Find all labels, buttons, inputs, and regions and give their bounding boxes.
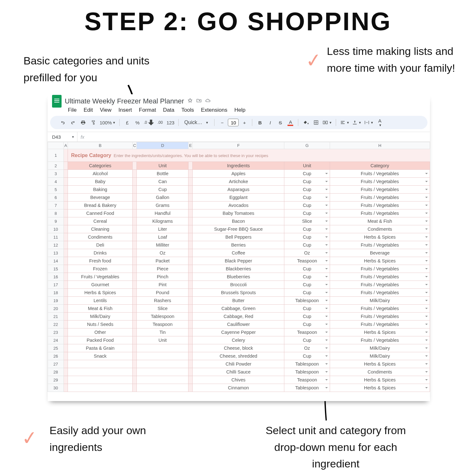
decrease-font-size-button[interactable]: − [218,118,226,127]
cell-ingredient[interactable]: Bacon [193,217,284,225]
row-header[interactable]: 7 [48,202,64,209]
name-box[interactable]: D43▼ [48,132,77,142]
column-header-row[interactable]: A B C D E F G H [48,142,430,149]
cell-ingredient-category-dropdown[interactable]: Fruits / Vegetables [330,194,430,202]
cell-unit[interactable]: Pinch [137,273,188,281]
document-title[interactable]: Ultimate Weekly Freezer Meal Planner [65,97,184,105]
cell-ingredient[interactable]: Asparagus [193,186,284,194]
cell-unit[interactable]: Packet [137,257,188,265]
text-color-button-2[interactable]: A▼ [376,118,384,127]
cell-ingredient-category-dropdown[interactable]: Herbs & Spices [330,257,430,265]
table-row[interactable]: 17GourmetPintBroccoliCupFruits / Vegetab… [48,281,430,289]
table-row[interactable]: 18Herbs & SpicesPoundBrussels SproutsCup… [48,289,430,297]
table-row[interactable]: 5BakingCupAsparagusCupFruits / Vegetable… [48,186,430,194]
cell-ingredient-unit-dropdown[interactable]: Cup [284,209,330,217]
row-header[interactable]: 28 [48,368,64,376]
cell-unit[interactable] [137,352,188,360]
cell-ingredient-category-dropdown[interactable]: Fruits / Vegetables [330,178,430,186]
cell-ingredient-category-dropdown[interactable]: Fruits / Vegetables [330,209,430,217]
cell-ingredient-unit-dropdown[interactable]: Tablespoon [284,368,330,376]
cell-ingredient-category-dropdown[interactable]: Fruits / Vegetables [330,313,430,321]
decrease-decimal-button[interactable]: .0 [144,118,154,127]
cell-unit[interactable] [137,344,188,352]
cell-category[interactable]: Beverage [68,194,133,202]
font-size-stepper[interactable]: − + [218,118,248,127]
cell-ingredient-unit-dropdown[interactable]: Cup [284,321,330,328]
cell-category[interactable]: Baby [68,178,133,186]
row-header[interactable]: 12 [48,241,64,249]
table-row[interactable]: 28Chilli SauceTablespoonCondiments [48,368,430,376]
table-row[interactable]: 14Fresh foodPacketBlack PepperTeaspoonHe… [48,257,430,265]
row-header[interactable]: 19 [48,297,64,305]
col-B[interactable]: B [68,142,133,149]
cell-ingredient-category-dropdown[interactable]: Condiments [330,368,430,376]
cell-ingredient-unit-dropdown[interactable]: Oz [284,249,330,257]
cell-unit[interactable]: Slice [137,305,188,313]
cell-ingredient[interactable]: Artichoke [193,178,284,186]
cell-ingredient[interactable]: Cheese, shredded [193,352,284,360]
increase-font-size-button[interactable]: + [241,118,248,127]
cell-category[interactable]: Cleaning [68,225,133,233]
redo-button[interactable] [69,118,77,127]
cell-ingredient[interactable]: Chilli Sauce [193,368,284,376]
cell-ingredient[interactable]: Cheese, block [193,344,284,352]
cell-category[interactable]: Lentils [68,297,133,305]
cell-unit[interactable]: Can [137,178,188,186]
col-D[interactable]: D [137,142,188,149]
cell-ingredient-category-dropdown[interactable]: Herbs & Spices [330,360,430,368]
cell-ingredient[interactable]: Bell Peppers [193,233,284,241]
cell-ingredient-unit-dropdown[interactable]: Cup [284,273,330,281]
cell-ingredient-unit-dropdown[interactable]: Cup [284,170,330,178]
cell-ingredient-category-dropdown[interactable]: Condiments [330,225,430,233]
cell-unit[interactable]: Cup [137,186,188,194]
row-header[interactable]: 29 [48,376,64,384]
grid[interactable]: A B C D E F G H 1 Recipe CategoryEnter t… [48,142,430,392]
cell-unit[interactable]: Piece [137,265,188,273]
cell-unit[interactable]: Tablespoon [137,313,188,321]
menu-view[interactable]: View [100,107,112,113]
cell-unit[interactable] [137,368,188,376]
fill-color-button[interactable] [302,118,310,127]
cell-category[interactable] [68,368,133,376]
cell-category[interactable]: Baking [68,186,133,194]
cell-unit[interactable]: Tin [137,328,188,336]
cell-category[interactable]: Pasta & Grain [68,344,133,352]
table-row[interactable]: 19LentilsRashersButterTablespoonMilk/Dai… [48,297,430,305]
col-F[interactable]: F [193,142,284,149]
cell-ingredient[interactable]: Brussels Sprouts [193,289,284,297]
table-row[interactable]: 27Chili PowderTablespoonHerbs & Spices [48,360,430,368]
cell-ingredient-category-dropdown[interactable]: Fruits / Vegetables [330,281,430,289]
header-categories[interactable]: Categories [68,162,133,170]
cell-ingredient[interactable]: Chives [193,376,284,384]
cell-category[interactable]: Other [68,328,133,336]
cell-ingredient-category-dropdown[interactable]: Herbs & Spices [330,328,430,336]
table-row[interactable]: 29ChivesTeaspoonHerbs & Spices [48,376,430,384]
cell-ingredient[interactable]: Cauliflower [193,321,284,328]
cell-ingredient-unit-dropdown[interactable]: Cup [284,186,330,194]
cell-category[interactable]: Herbs & Spices [68,289,133,297]
cell-ingredient[interactable]: Black Pepper [193,257,284,265]
cell-category[interactable]: Meat & Fish [68,305,133,313]
cell-ingredient[interactable]: Apples [193,170,284,178]
row-header[interactable]: 20 [48,305,64,313]
row-header[interactable]: 22 [48,321,64,328]
table-row[interactable]: 4BabyCanArtichokeCupFruits / Vegetables [48,178,430,186]
cell-ingredient[interactable]: Sugar-Free BBQ Sauce [193,225,284,233]
sheets-logo-icon[interactable] [52,95,62,108]
cell-category[interactable]: Bread & Bakery [68,202,133,209]
table-row[interactable]: 26SnackCheese, shreddedCupMilk/Dairy [48,352,430,360]
cell-ingredient[interactable]: Baby Tomatoes [193,209,284,217]
cell-ingredient-category-dropdown[interactable]: Meat & Fish [330,217,430,225]
cell-unit[interactable]: Teaspoon [137,321,188,328]
text-color-button[interactable]: A [287,118,294,127]
row-header[interactable]: 9 [48,217,64,225]
cell-ingredient-unit-dropdown[interactable]: Tablespoon [284,360,330,368]
cell-ingredient-category-dropdown[interactable]: Fruits / Vegetables [330,241,430,249]
table-row[interactable]: 10CleaningLiterSugar-Free BBQ SauceCupCo… [48,225,430,233]
table-row[interactable]: 2 Categories Unit Ingredients Unit Categ… [48,162,430,170]
cell-ingredient[interactable]: Cabbage, Red [193,313,284,321]
row-header[interactable]: 10 [48,225,64,233]
cell-unit[interactable]: Kilograms [137,217,188,225]
print-button[interactable] [79,118,87,127]
cell-unit[interactable]: Bottle [137,170,188,178]
